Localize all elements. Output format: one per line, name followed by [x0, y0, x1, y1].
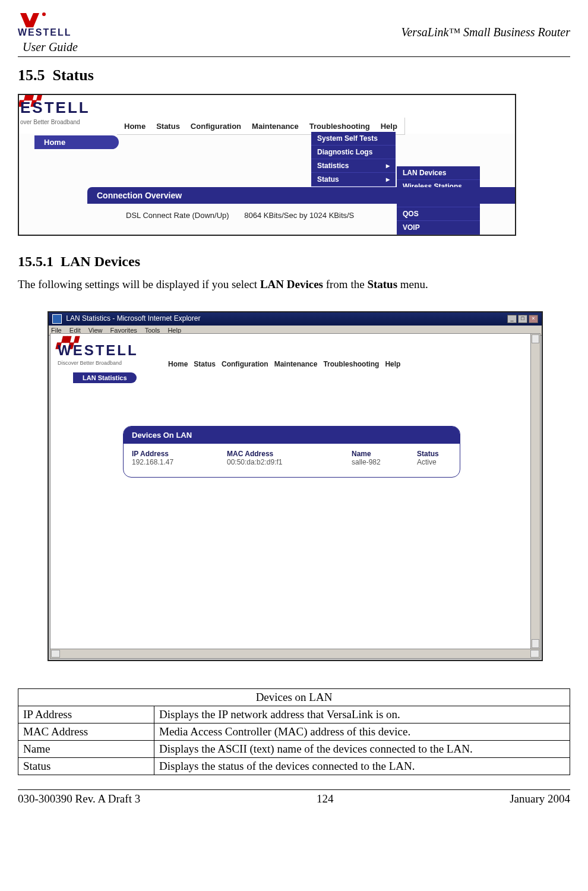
subsection-heading: 15.5.1 LAN Devices [18, 254, 570, 270]
close-button[interactable]: × [529, 315, 538, 323]
page-footer: 030-300390 Rev. A Draft 3 124 January 20… [18, 792, 570, 805]
ip-header: IP Address [132, 450, 227, 458]
menu-statistics[interactable]: Statistics▸ [311, 159, 396, 173]
col-mac: MAC Address 00:50:da:b2:d9:f1 [227, 450, 352, 466]
ss2-header: ▞▚▘ WESTELL Discover Better Broadband Ho… [50, 334, 530, 380]
menu-qos[interactable]: QOS [397, 207, 480, 221]
row-value: Displays the ASCII (text) name of the de… [154, 741, 570, 758]
mac-header: MAC Address [227, 450, 352, 458]
name-value: salle-982 [352, 458, 417, 466]
troubleshooting-submenu: System Self Tests Diagnostic Logs Statis… [311, 132, 396, 187]
menu-lan-devices[interactable]: LAN Devices [397, 166, 480, 180]
row-value: Displays the IP network address that Ver… [154, 706, 570, 723]
window-titlebar: LAN Statistics - Microsoft Internet Expl… [49, 312, 542, 326]
screenshot-menu-navigation: ▞▚▘ ESTELL over Better Broadband Home St… [18, 94, 516, 236]
section-heading: 15.5 Status [18, 67, 570, 84]
ss2-main-nav: Home Status Configuration Maintenance Tr… [168, 360, 400, 368]
mac-value: 00:50:da:b2:d9:f1 [227, 458, 352, 466]
nav-status[interactable]: Status [194, 360, 216, 368]
menu-diagnostic-logs[interactable]: Diagnostic Logs [311, 146, 396, 159]
brand-text: WESTELL [18, 27, 71, 37]
vertical-scrollbar[interactable] [530, 333, 540, 649]
header-divider [18, 56, 570, 57]
lan-device-row: IP Address 192.168.1.47 MAC Address 00:5… [132, 450, 451, 466]
window-buttons: _ □ × [507, 315, 538, 323]
brand-logo: WESTELL [18, 12, 75, 40]
row-value: Media Access Controller (MAC) address of… [154, 723, 570, 741]
nav-home[interactable]: Home [168, 360, 188, 368]
header-product-title: VersaLink™ Small Business Router [401, 26, 570, 40]
nav-configuration[interactable]: Configuration [222, 360, 268, 368]
connection-overview-header: Connection Overview [87, 187, 516, 204]
dsl-rate-row: DSL Connect Rate (Down/Up) 8064 KBits/Se… [126, 211, 354, 220]
dsl-rate-value: 8064 KBits/Sec by 1024 KBits/S [231, 211, 354, 220]
name-header: Name [352, 450, 417, 458]
footer-divider [18, 789, 570, 790]
status-header: Status [417, 450, 460, 458]
subsection-number: 15.5.1 [18, 254, 53, 269]
table-row: MAC Address Media Access Controller (MAC… [18, 723, 570, 741]
row-key: Name [18, 741, 154, 758]
footer-date: January 2004 [510, 792, 570, 805]
doc-table-title: Devices on LAN [18, 689, 570, 706]
chevron-right-icon: ▸ [386, 175, 390, 184]
ie-content-area: ▞▚▘ WESTELL Discover Better Broadband Ho… [50, 333, 531, 649]
lan-statistics-tab[interactable]: LAN Statistics [73, 372, 137, 383]
table-row: Status Displays the status of the device… [18, 758, 570, 775]
ss1-home-tab[interactable]: Home [34, 135, 119, 149]
ss1-header: ▞▚▘ ESTELL over Better Broadband Home St… [19, 95, 515, 134]
row-value: Displays the status of the devices conne… [154, 758, 570, 775]
ss1-tagline: over Better Broadband [20, 119, 80, 125]
nav-maintenance[interactable]: Maintenance [274, 360, 318, 368]
nav-troubleshooting[interactable]: Troubleshooting [307, 122, 372, 131]
subsection-intro: The following settings will be displayed… [18, 278, 570, 291]
col-status: Status Active [417, 450, 460, 466]
row-key: MAC Address [18, 723, 154, 741]
window-title-left: LAN Statistics - Microsoft Internet Expl… [52, 314, 200, 324]
page-header: WESTELL VersaLink™ Small Business Router [18, 12, 570, 40]
ss1-brand-text: ESTELL [20, 99, 90, 117]
devices-on-lan-doc-table: Devices on LAN IP Address Displays the I… [18, 688, 570, 775]
row-key: IP Address [18, 706, 154, 723]
svg-point-0 [42, 12, 46, 16]
footer-doc-id: 030-300390 Rev. A Draft 3 [18, 792, 140, 805]
col-name: Name salle-982 [352, 450, 417, 466]
window-title-text: LAN Statistics - Microsoft Internet Expl… [66, 314, 200, 323]
row-key: Status [18, 758, 154, 775]
footer-page-number: 124 [317, 792, 334, 805]
document-page: WESTELL VersaLink™ Small Business Router… [0, 0, 588, 817]
section-number: 15.5 [18, 67, 45, 84]
ie-icon [52, 314, 62, 324]
nav-maintenance[interactable]: Maintenance [249, 122, 301, 131]
nav-status[interactable]: Status [154, 122, 182, 131]
maximize-button[interactable]: □ [518, 315, 527, 323]
horizontal-scrollbar[interactable] [50, 649, 540, 659]
panel-body: IP Address 192.168.1.47 MAC Address 00:5… [124, 444, 460, 477]
header-guide-label: User Guide [18, 40, 570, 54]
minimize-button[interactable]: _ [507, 315, 517, 323]
panel-header: Devices On LAN [124, 426, 460, 444]
nav-configuration[interactable]: Configuration [188, 122, 244, 131]
ss2-tagline: Discover Better Broadband [58, 360, 122, 366]
nav-help[interactable]: Help [385, 360, 400, 368]
nav-help[interactable]: Help [378, 122, 400, 131]
section-title-text: Status [53, 67, 94, 84]
menu-voip[interactable]: VOIP [397, 221, 480, 235]
subsection-title-text: LAN Devices [61, 254, 140, 269]
screenshot-lan-statistics: LAN Statistics - Microsoft Internet Expl… [48, 311, 543, 661]
menu-status[interactable]: Status▸ [311, 173, 396, 187]
chevron-right-icon: ▸ [386, 162, 390, 170]
devices-on-lan-panel: Devices On LAN IP Address 192.168.1.47 M… [123, 426, 460, 478]
table-row: Name Displays the ASCII (text) name of t… [18, 741, 570, 758]
status-value: Active [417, 458, 460, 466]
dsl-rate-label: DSL Connect Rate (Down/Up) [126, 211, 229, 220]
ss2-brand-text: WESTELL [58, 342, 138, 359]
logo-icon: WESTELL [18, 12, 75, 39]
nav-home[interactable]: Home [122, 122, 148, 131]
table-row: IP Address Displays the IP network addre… [18, 706, 570, 723]
ip-value: 192.168.1.47 [132, 458, 227, 466]
nav-troubleshooting[interactable]: Troubleshooting [323, 360, 379, 368]
col-ip: IP Address 192.168.1.47 [132, 450, 227, 466]
menu-system-self-tests[interactable]: System Self Tests [311, 132, 396, 146]
screenshot-lan-statistics-wrapper: LAN Statistics - Microsoft Internet Expl… [48, 311, 540, 661]
